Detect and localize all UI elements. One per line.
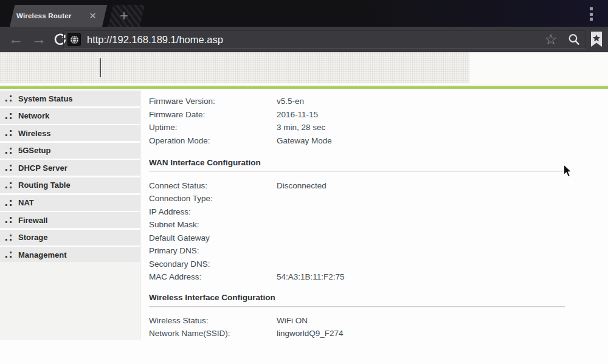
menu-dots-icon xyxy=(5,95,12,102)
bookmark-ribbon-icon[interactable] xyxy=(586,27,607,52)
info-row: Uptime:3 min, 28 sec xyxy=(149,121,575,134)
wan-section-title: WAN Interface Configuration xyxy=(149,158,261,169)
menu-dots-icon xyxy=(5,165,12,171)
new-tab-button[interactable]: + xyxy=(108,5,145,27)
sidebar-item-system-status[interactable]: System Status xyxy=(0,91,140,106)
tab-title: Wireless Router xyxy=(16,12,86,19)
menu-dots-icon xyxy=(5,235,12,241)
info-row: Connect Status:Disconnected xyxy=(149,179,575,193)
sidebar-item-wireless[interactable]: Wireless xyxy=(0,125,140,141)
info-row: MAC Address:54:A3:1B:11:F2:75 xyxy=(149,270,575,284)
sidebar-item-nat[interactable]: NAT xyxy=(0,195,140,211)
menu-dots-icon xyxy=(5,200,12,207)
sidebar-item-dhcp-server[interactable]: DHCP Server xyxy=(0,160,140,176)
tab-bar: Wireless Router × + xyxy=(0,0,608,27)
info-row: Connection Type: xyxy=(149,192,575,205)
info-row: Subnet Mask: xyxy=(149,218,575,232)
wan-info-rows: Connect Status:Disconnected Connection T… xyxy=(149,179,575,284)
page-banner xyxy=(0,52,608,86)
wireless-section-title: Wireless Interface Configuration xyxy=(149,293,275,304)
sidebar-item-network[interactable]: Network xyxy=(0,108,140,124)
url-text[interactable]: http://192.168.189.1/home.asp xyxy=(87,34,223,46)
sidebar-item-management[interactable]: Management xyxy=(0,247,140,263)
section-rule xyxy=(149,306,565,307)
system-info-rows: Firmware Version:v5.5-en Firmware Date:2… xyxy=(149,95,575,147)
info-row: Default Gateway xyxy=(149,232,575,245)
menu-dots-icon xyxy=(5,182,12,189)
menu-dots-icon xyxy=(5,217,12,224)
sidebar-divider xyxy=(140,90,140,340)
info-row: Secondary DNS: xyxy=(149,258,575,271)
plus-icon: + xyxy=(108,5,140,27)
search-icon[interactable] xyxy=(563,27,585,52)
info-row: Firmware Date:2016-11-15 xyxy=(149,108,575,122)
accent-divider xyxy=(0,86,608,89)
info-row: IP Address: xyxy=(149,205,575,219)
menu-dots-icon xyxy=(5,252,12,258)
sidebar-item-firewall[interactable]: Firewall xyxy=(0,212,140,228)
info-row: Firmware Version:v5.5-en xyxy=(149,95,575,108)
sidebar-item-5gsetup[interactable]: 5GSetup xyxy=(0,143,140,159)
globe-favicon xyxy=(67,33,81,46)
sidebar-menu: System Status Network Wireless 5GSetup D… xyxy=(0,91,140,264)
info-row: Network Name(SSID):lingworldQ9_F274 xyxy=(149,327,575,340)
browser-window: Wireless Router × + ← → xyxy=(0,0,608,364)
sidebar-item-storage[interactable]: Storage xyxy=(0,230,140,246)
forward-icon[interactable]: → xyxy=(27,27,51,52)
menu-dots-icon xyxy=(5,130,12,137)
back-icon[interactable]: ← xyxy=(4,27,28,52)
star-bookmark-icon[interactable]: ☆ xyxy=(540,27,562,52)
tab-wireless-router[interactable]: Wireless Router × xyxy=(10,5,107,27)
banner-image-placeholder xyxy=(0,52,469,83)
menu-dots-icon xyxy=(5,113,12,120)
sidebar-item-routing-table[interactable]: Routing Table xyxy=(0,177,140,193)
info-row: Wireless Status:WiFi ON xyxy=(149,314,575,328)
address-bar: ← → http://192.168.189.1/home.asp ☆ xyxy=(0,27,608,52)
url-field[interactable]: http://192.168.189.1/home.asp xyxy=(63,30,586,49)
menu-dots-icon xyxy=(5,148,12,154)
kebab-menu-icon[interactable] xyxy=(590,7,593,21)
info-row: Primary DNS: xyxy=(149,244,575,258)
sidebar-footer-block xyxy=(0,263,140,340)
banner-artifact-line xyxy=(100,58,101,77)
section-rule xyxy=(149,171,565,171)
wireless-info-rows: Wireless Status:WiFi ON Network Name(SSI… xyxy=(149,314,575,340)
close-tab-icon[interactable]: × xyxy=(86,5,102,27)
info-row: Operation Mode:Gateway Mode xyxy=(149,134,575,148)
